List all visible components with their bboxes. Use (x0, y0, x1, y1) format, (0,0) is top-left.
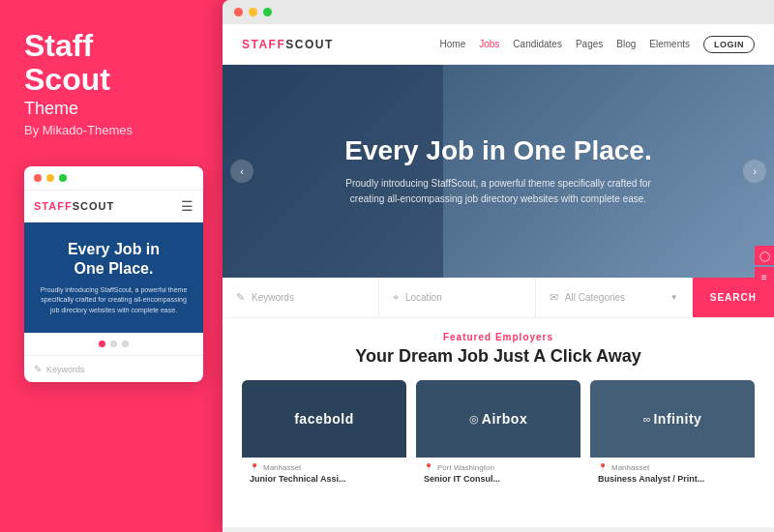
card-job-facebold: Junior Technical Assi... (250, 474, 399, 484)
edge-icon-bottom[interactable]: ≡ (755, 267, 774, 286)
card-image-infinity: ∞ Infinity (590, 380, 755, 458)
mobile-hero-title: Every Job in One Place. (68, 240, 160, 277)
card-job-airbox: Senior IT Consul... (424, 474, 573, 484)
card-location-facebold: 📍 Manhasset (250, 463, 399, 472)
browser-window: STAFFSCOUT Home Jobs Candidates Pages Bl… (223, 0, 774, 532)
mobile-dot-red (34, 174, 42, 182)
mobile-carousel-dots (24, 333, 203, 355)
card-brand-facebold: facebold (294, 411, 354, 427)
browser-dot-red (234, 8, 243, 16)
nav-elements[interactable]: Elements (649, 39, 690, 49)
mobile-hero: Every Job in One Place. Proudly introduc… (24, 222, 203, 333)
location-pin-icon: 📍 (250, 463, 259, 472)
card-image-facebold: facebold (242, 380, 406, 458)
featured-title: Your Dream Job Just A Click Away (242, 346, 755, 367)
card-image-airbox: ◎ Airbox (416, 380, 580, 458)
employer-card-infinity[interactable]: ∞ Infinity 📍 Manhasset Business Analyst … (590, 380, 755, 489)
hamburger-icon[interactable]: ☰ (181, 198, 194, 214)
brand-subtitle: Theme (24, 99, 198, 119)
location-field[interactable]: ⌖ Location (379, 278, 536, 317)
hero-title: Every Job in One Place. (334, 135, 663, 166)
employer-card-airbox[interactable]: ◎ Airbox 📍 Port Washington Senior IT Con… (416, 380, 580, 489)
categories-icon: ✉ (550, 291, 558, 304)
site-nav: STAFFSCOUT Home Jobs Candidates Pages Bl… (223, 24, 774, 65)
dropdown-chevron-icon: ▼ (670, 293, 678, 302)
nav-blog[interactable]: Blog (616, 39, 636, 49)
hero-arrow-left[interactable]: ‹ (230, 160, 253, 183)
card-brand-airbox: Airbox (482, 411, 527, 427)
brand-title: Staff Scout (24, 29, 198, 97)
card-footer-airbox: 📍 Port Washington Senior IT Consul... (416, 458, 580, 489)
mobile-dot-green (59, 174, 67, 182)
mobile-dot-yellow (46, 174, 54, 182)
card-location-infinity: 📍 Manhasset (598, 463, 747, 472)
mobile-nav: STAFFSCOUT ☰ (24, 191, 203, 222)
keywords-placeholder: Keywords (252, 292, 294, 303)
categories-placeholder: All Categories (565, 292, 625, 303)
card-footer-infinity: 📍 Manhasset Business Analyst / Print... (590, 458, 755, 489)
brand-by: By Mikado-Themes (24, 123, 198, 137)
mobile-search-icon: ✎ (34, 364, 42, 374)
nav-candidates[interactable]: Candidates (513, 39, 562, 49)
carousel-dot-2[interactable] (122, 340, 129, 347)
keywords-icon: ✎ (236, 291, 245, 304)
card-job-infinity: Business Analyst / Print... (598, 474, 747, 484)
location-pin-icon-3: 📍 (598, 463, 608, 472)
carousel-dot-active[interactable] (99, 340, 105, 347)
location-placeholder: Location (405, 292, 442, 303)
hero-arrow-right[interactable]: › (743, 160, 766, 183)
mobile-search-text: Keywords (46, 365, 85, 374)
mobile-mockup: STAFFSCOUT ☰ Every Job in One Place. Pro… (24, 166, 203, 382)
hero-desc: Proudly introducing StaffScout, a powerf… (334, 176, 663, 207)
card-location-airbox: 📍 Port Washington (424, 463, 573, 472)
hero-content: Every Job in One Place. Proudly introduc… (334, 135, 663, 207)
browser-dot-green (263, 8, 272, 16)
card-brand-infinity: Infinity (653, 411, 701, 427)
right-edge-icons: ◯ ≡ (755, 246, 774, 286)
keywords-field[interactable]: ✎ Keywords (223, 278, 379, 317)
nav-pages[interactable]: Pages (576, 39, 603, 49)
left-panel: Staff Scout Theme By Mikado-Themes STAFF… (0, 0, 223, 532)
site-logo: STAFFSCOUT (242, 38, 334, 51)
edge-icon-top[interactable]: ◯ (755, 246, 774, 265)
nav-links: Home Jobs Candidates Pages Blog Elements… (440, 36, 755, 53)
employer-cards: facebold 📍 Manhasset Junior Technical As… (242, 380, 755, 489)
mobile-logo: STAFFSCOUT (34, 200, 114, 212)
nav-home[interactable]: Home (440, 39, 466, 49)
categories-field[interactable]: ✉ All Categories ▼ (536, 278, 693, 317)
location-pin-icon-2: 📍 (424, 463, 433, 472)
mobile-topbar (24, 166, 203, 191)
employer-card-facebold[interactable]: facebold 📍 Manhasset Junior Technical As… (242, 380, 406, 489)
browser-dot-yellow (249, 8, 257, 16)
browser-content: STAFFSCOUT Home Jobs Candidates Pages Bl… (223, 24, 774, 527)
mobile-search-bar: ✎ Keywords (24, 355, 203, 382)
carousel-dot-1[interactable] (110, 340, 117, 347)
airbox-icon: ◎ (469, 413, 479, 426)
infinity-icon: ∞ (643, 413, 651, 425)
site-hero: ‹ Every Job in One Place. Proudly introd… (223, 65, 774, 278)
location-icon: ⌖ (393, 291, 399, 304)
nav-jobs[interactable]: Jobs (479, 39, 499, 49)
mobile-hero-desc: Proudly introducing StaffScout, a powerf… (36, 285, 192, 316)
featured-section: Featured Employers Your Dream Job Just A… (223, 318, 774, 503)
card-footer-facebold: 📍 Manhasset Junior Technical Assi... (242, 458, 406, 489)
login-button[interactable]: LOGIN (703, 36, 755, 53)
featured-label: Featured Employers (242, 332, 755, 342)
search-bar: ✎ Keywords ⌖ Location ✉ All Categories ▼… (223, 278, 774, 318)
browser-chrome (223, 0, 774, 24)
